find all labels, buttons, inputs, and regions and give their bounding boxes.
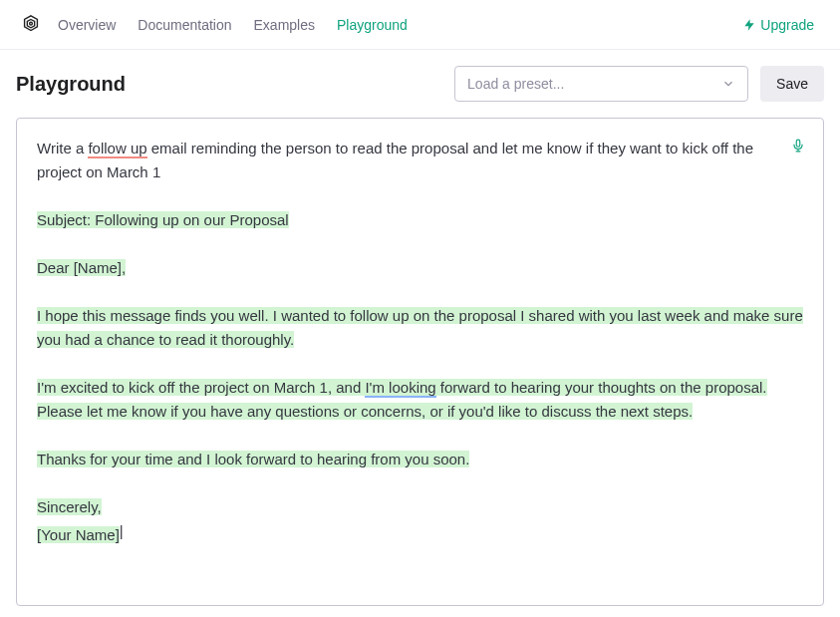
gen-p1: I hope this message finds you well. I wa… (37, 304, 803, 352)
svg-rect-1 (796, 140, 800, 147)
editor-textarea[interactable]: Write a follow up email reminding the pe… (16, 118, 824, 606)
page-title: Playground (16, 73, 442, 96)
gen-greeting: Dear [Name], (37, 256, 803, 280)
nav-playground[interactable]: Playground (337, 17, 408, 33)
save-button[interactable]: Save (760, 66, 824, 102)
nav-links: Overview Documentation Examples Playgrou… (58, 17, 742, 33)
top-nav: Overview Documentation Examples Playgrou… (0, 0, 840, 50)
preset-placeholder: Load a preset... (467, 76, 564, 92)
grammar-error: I'm looking (365, 379, 435, 398)
upgrade-link[interactable]: Upgrade (742, 17, 814, 33)
nav-documentation[interactable]: Documentation (138, 17, 231, 33)
preset-select[interactable]: Load a preset... (454, 66, 748, 102)
gen-signoff: Sincerely, (37, 495, 803, 519)
chevron-down-icon (721, 77, 735, 91)
nav-overview[interactable]: Overview (58, 17, 116, 33)
spell-error: follow up (88, 140, 146, 158)
gen-signature: [Your Name]| (37, 519, 803, 547)
gen-subject: Subject: Following up on our Proposal (37, 208, 803, 232)
lightning-icon (742, 18, 756, 32)
nav-examples[interactable]: Examples (254, 17, 315, 33)
svg-point-0 (30, 22, 33, 25)
upgrade-label: Upgrade (760, 17, 814, 33)
gen-p2: I'm excited to kick off the project on M… (37, 376, 803, 424)
openai-logo-icon[interactable] (16, 10, 46, 40)
microphone-icon[interactable] (791, 137, 805, 160)
editor-wrap: Write a follow up email reminding the pe… (0, 118, 840, 606)
prompt-text: Write a follow up email reminding the pe… (37, 137, 784, 184)
sub-header: Playground Load a preset... Save (0, 50, 840, 118)
gen-p3: Thanks for your time and I look forward … (37, 448, 803, 471)
